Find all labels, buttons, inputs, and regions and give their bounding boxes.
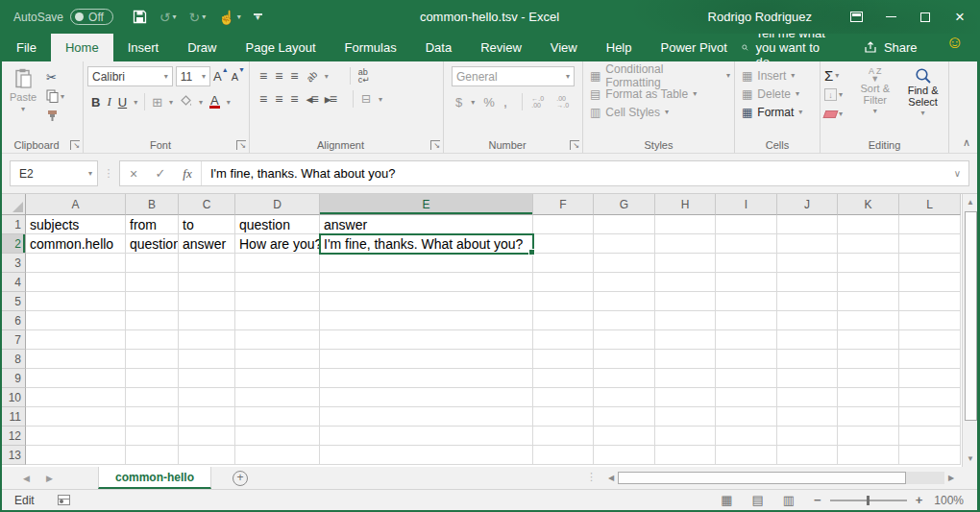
accounting-dropdown-icon[interactable]: ▾: [471, 98, 475, 107]
cell-G3[interactable]: [594, 254, 655, 273]
clear-button[interactable]: ▾: [824, 106, 848, 122]
format-cells-button[interactable]: ▦ Format ▾: [739, 103, 816, 121]
cell-H5[interactable]: [655, 292, 716, 311]
zoom-level[interactable]: 100%: [934, 494, 964, 507]
cell-E9[interactable]: [320, 369, 533, 388]
column-header-E[interactable]: E: [320, 194, 533, 215]
cell-G2[interactable]: [594, 234, 655, 254]
insert-cells-button[interactable]: ▦ Insert ▾: [739, 66, 816, 85]
cell-I11[interactable]: [716, 407, 777, 427]
vertical-scrollbar[interactable]: ▲ ▼: [962, 194, 977, 467]
confirm-entry-button[interactable]: ✓: [147, 166, 174, 181]
cell-L11[interactable]: [899, 407, 961, 427]
cell-I6[interactable]: [716, 311, 777, 330]
horizontal-scrollbar-thumb[interactable]: [618, 472, 906, 484]
cell-H7[interactable]: [655, 330, 716, 350]
autosum-button[interactable]: Σ▾: [824, 67, 848, 84]
top-align-button[interactable]: ≡: [259, 72, 267, 80]
cell-H6[interactable]: [655, 311, 716, 330]
user-name[interactable]: Rodrigo Rodriguez: [708, 10, 812, 24]
cell-E5[interactable]: [320, 292, 533, 311]
row-header-12[interactable]: 12: [2, 427, 26, 446]
cell-A2[interactable]: common.hello: [26, 234, 126, 254]
row-header-6[interactable]: 6: [2, 311, 26, 330]
column-header-F[interactable]: F: [533, 194, 594, 215]
cell-K2[interactable]: [838, 234, 899, 254]
redo-dropdown-icon[interactable]: ▾: [202, 13, 206, 21]
cell-J1[interactable]: [777, 215, 838, 234]
cell-H2[interactable]: [655, 234, 716, 254]
format-painter-button[interactable]: [46, 108, 64, 123]
column-header-D[interactable]: D: [235, 194, 320, 215]
cell-I7[interactable]: [716, 330, 777, 350]
vertical-scrollbar-thumb[interactable]: [965, 211, 977, 421]
cell-H13[interactable]: [655, 446, 716, 465]
paste-dropdown-icon[interactable]: ▾: [21, 105, 25, 113]
fill-color-button[interactable]: [180, 93, 192, 110]
column-header-C[interactable]: C: [179, 194, 235, 215]
cell-C9[interactable]: [179, 369, 235, 388]
cell-D2[interactable]: How are you?: [235, 234, 320, 254]
cell-F8[interactable]: [533, 350, 594, 369]
delete-cells-button[interactable]: ▦ Delete ▾: [739, 85, 816, 103]
align-left-button[interactable]: ≡: [259, 92, 267, 106]
cell-F4[interactable]: [533, 273, 594, 292]
cell-G12[interactable]: [594, 427, 655, 446]
cell-C8[interactable]: [179, 350, 235, 369]
cell-D6[interactable]: [235, 311, 320, 330]
cell-K7[interactable]: [838, 330, 899, 350]
insert-function-button[interactable]: fx: [174, 166, 201, 182]
scroll-up-icon[interactable]: ▲: [963, 194, 977, 210]
autosave-control[interactable]: AutoSave Off: [13, 9, 113, 25]
scroll-down-icon[interactable]: ▼: [963, 451, 977, 467]
center-button[interactable]: ≡: [275, 92, 282, 106]
cell-G7[interactable]: [594, 330, 655, 350]
align-right-button[interactable]: ≡: [290, 92, 298, 106]
column-header-H[interactable]: H: [655, 194, 716, 215]
cell-L6[interactable]: [899, 311, 961, 330]
increase-font-size-button[interactable]: A▲: [213, 69, 229, 84]
row-header-4[interactable]: 4: [2, 273, 26, 292]
cell-A10[interactable]: [26, 388, 126, 407]
cell-I4[interactable]: [716, 273, 777, 292]
column-header-J[interactable]: J: [777, 194, 838, 215]
cell-G13[interactable]: [594, 446, 655, 465]
cell-E6[interactable]: [320, 311, 533, 330]
minimize-button[interactable]: [873, 0, 908, 34]
alignment-dialog-launcher[interactable]: ↘: [430, 140, 440, 150]
cell-I13[interactable]: [716, 446, 777, 465]
cell-E13[interactable]: [320, 446, 533, 465]
wrap-text-button[interactable]: ab c↵: [358, 68, 376, 84]
save-icon[interactable]: [133, 10, 147, 24]
cell-C13[interactable]: [179, 446, 235, 465]
cell-K12[interactable]: [838, 427, 899, 446]
find-select-button[interactable]: Find & Select ▾: [901, 66, 944, 135]
cell-C5[interactable]: [179, 292, 235, 311]
paste-button[interactable]: Paste ▾: [6, 66, 40, 135]
cell-J8[interactable]: [777, 350, 838, 369]
cell-B12[interactable]: [126, 427, 179, 446]
cell-E3[interactable]: [320, 254, 533, 273]
ribbon-tab-insert[interactable]: Insert: [113, 34, 174, 61]
cell-C4[interactable]: [179, 273, 235, 292]
cell-E11[interactable]: [320, 407, 533, 427]
font-name-select[interactable]: Calibri▾: [87, 66, 173, 86]
cell-B7[interactable]: [126, 330, 179, 350]
cell-K11[interactable]: [838, 407, 899, 427]
cell-C7[interactable]: [179, 330, 235, 350]
cell-J7[interactable]: [777, 330, 838, 350]
cell-B13[interactable]: [126, 446, 179, 465]
formula-bar-resize-handle[interactable]: ⋮: [98, 167, 119, 180]
cell-B8[interactable]: [126, 350, 179, 369]
cell-J4[interactable]: [777, 273, 838, 292]
cell-B4[interactable]: [126, 273, 179, 292]
touch-mouse-mode-button[interactable]: ☝▾: [218, 11, 240, 24]
scroll-right-icon[interactable]: ▶: [944, 474, 958, 482]
copy-dropdown-icon[interactable]: ▾: [61, 92, 64, 101]
horizontal-scrollbar[interactable]: ◀ ▶: [604, 471, 958, 485]
cell-K6[interactable]: [838, 311, 899, 330]
cell-E1[interactable]: answer: [320, 215, 533, 234]
row-header-11[interactable]: 11: [2, 407, 26, 427]
collapse-ribbon-icon[interactable]: ∧: [963, 136, 970, 149]
underline-dropdown-icon[interactable]: ▾: [134, 98, 137, 107]
